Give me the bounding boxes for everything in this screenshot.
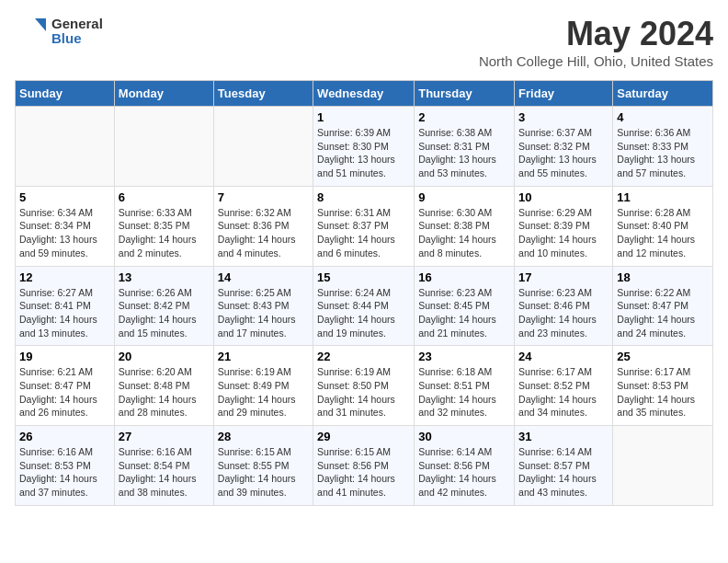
title-area: May 2024 North College Hill, Ohio, Unite… bbox=[479, 15, 713, 69]
day-number: 17 bbox=[518, 270, 609, 284]
calendar-body: 1Sunrise: 6:39 AMSunset: 8:30 PMDaylight… bbox=[16, 107, 713, 506]
day-info: Sunrise: 6:28 AMSunset: 8:40 PMDaylight:… bbox=[617, 206, 709, 260]
day-info: Sunrise: 6:29 AMSunset: 8:39 PMDaylight:… bbox=[518, 206, 609, 260]
day-number: 15 bbox=[317, 270, 410, 284]
table-row: 1Sunrise: 6:39 AMSunset: 8:30 PMDaylight… bbox=[313, 107, 415, 187]
day-info: Sunrise: 6:16 AMSunset: 8:53 PMDaylight:… bbox=[19, 445, 110, 500]
day-number: 29 bbox=[317, 430, 410, 443]
page-header: General Blue May 2024 North College Hill… bbox=[15, 15, 713, 69]
table-row: 28Sunrise: 6:15 AMSunset: 8:55 PMDayligh… bbox=[213, 426, 313, 506]
table-row: 2Sunrise: 6:38 AMSunset: 8:31 PMDaylight… bbox=[415, 107, 515, 187]
table-row: 7Sunrise: 6:32 AMSunset: 8:36 PMDaylight… bbox=[213, 186, 313, 266]
col-sunday: Sunday bbox=[16, 81, 115, 107]
logo-blue: Blue bbox=[51, 31, 103, 47]
calendar-table: Sunday Monday Tuesday Wednesday Thursday… bbox=[15, 80, 713, 506]
day-info: Sunrise: 6:16 AMSunset: 8:54 PMDaylight:… bbox=[119, 445, 210, 500]
day-info: Sunrise: 6:17 AMSunset: 8:52 PMDaylight:… bbox=[518, 365, 609, 419]
day-number: 24 bbox=[518, 350, 609, 363]
table-row: 21Sunrise: 6:19 AMSunset: 8:49 PMDayligh… bbox=[213, 346, 313, 426]
table-row: 8Sunrise: 6:31 AMSunset: 8:37 PMDaylight… bbox=[313, 186, 415, 266]
table-row: 26Sunrise: 6:16 AMSunset: 8:53 PMDayligh… bbox=[16, 426, 115, 506]
day-number: 8 bbox=[317, 190, 410, 204]
table-row bbox=[213, 107, 313, 187]
day-number: 14 bbox=[218, 270, 309, 284]
day-info: Sunrise: 6:17 AMSunset: 8:53 PMDaylight:… bbox=[617, 365, 709, 419]
day-number: 25 bbox=[617, 350, 709, 363]
day-info: Sunrise: 6:15 AMSunset: 8:56 PMDaylight:… bbox=[317, 445, 410, 500]
day-number: 3 bbox=[518, 110, 609, 124]
table-row: 31Sunrise: 6:14 AMSunset: 8:57 PMDayligh… bbox=[515, 426, 613, 506]
day-info: Sunrise: 6:32 AMSunset: 8:36 PMDaylight:… bbox=[218, 206, 309, 260]
table-row: 12Sunrise: 6:27 AMSunset: 8:41 PMDayligh… bbox=[16, 266, 115, 346]
day-number: 18 bbox=[617, 270, 709, 284]
day-number: 2 bbox=[418, 110, 510, 124]
col-thursday: Thursday bbox=[415, 81, 515, 107]
day-number: 22 bbox=[317, 350, 410, 363]
day-info: Sunrise: 6:30 AMSunset: 8:38 PMDaylight:… bbox=[418, 206, 510, 260]
day-number: 28 bbox=[218, 430, 309, 443]
day-number: 16 bbox=[418, 270, 510, 284]
table-row bbox=[114, 107, 213, 187]
day-number: 31 bbox=[518, 430, 609, 443]
table-row: 16Sunrise: 6:23 AMSunset: 8:45 PMDayligh… bbox=[415, 266, 515, 346]
day-number: 7 bbox=[218, 190, 309, 204]
table-row: 4Sunrise: 6:36 AMSunset: 8:33 PMDaylight… bbox=[613, 107, 713, 187]
table-row: 3Sunrise: 6:37 AMSunset: 8:32 PMDaylight… bbox=[515, 107, 613, 187]
day-info: Sunrise: 6:39 AMSunset: 8:30 PMDaylight:… bbox=[317, 126, 410, 180]
day-info: Sunrise: 6:24 AMSunset: 8:44 PMDaylight:… bbox=[317, 286, 410, 340]
day-info: Sunrise: 6:37 AMSunset: 8:32 PMDaylight:… bbox=[518, 126, 609, 180]
day-number: 20 bbox=[119, 350, 210, 363]
logo: General Blue bbox=[15, 15, 103, 48]
table-row: 9Sunrise: 6:30 AMSunset: 8:38 PMDaylight… bbox=[415, 186, 515, 266]
day-info: Sunrise: 6:36 AMSunset: 8:33 PMDaylight:… bbox=[617, 126, 709, 180]
table-row: 14Sunrise: 6:25 AMSunset: 8:43 PMDayligh… bbox=[213, 266, 313, 346]
table-row: 18Sunrise: 6:22 AMSunset: 8:47 PMDayligh… bbox=[613, 266, 713, 346]
day-number: 21 bbox=[218, 350, 309, 363]
table-row: 13Sunrise: 6:26 AMSunset: 8:42 PMDayligh… bbox=[114, 266, 213, 346]
page-subtitle: North College Hill, Ohio, United States bbox=[479, 53, 713, 69]
day-number: 30 bbox=[418, 430, 510, 443]
day-number: 4 bbox=[617, 110, 709, 124]
day-info: Sunrise: 6:19 AMSunset: 8:50 PMDaylight:… bbox=[317, 365, 410, 419]
day-number: 26 bbox=[19, 430, 110, 443]
page-title: May 2024 bbox=[479, 15, 713, 53]
day-info: Sunrise: 6:38 AMSunset: 8:31 PMDaylight:… bbox=[418, 126, 510, 180]
col-saturday: Saturday bbox=[613, 81, 713, 107]
day-info: Sunrise: 6:25 AMSunset: 8:43 PMDaylight:… bbox=[218, 286, 309, 340]
table-row: 30Sunrise: 6:14 AMSunset: 8:56 PMDayligh… bbox=[415, 426, 515, 506]
table-row: 6Sunrise: 6:33 AMSunset: 8:35 PMDaylight… bbox=[114, 186, 213, 266]
day-number: 11 bbox=[617, 190, 709, 204]
logo-svg bbox=[15, 15, 48, 48]
table-row: 20Sunrise: 6:20 AMSunset: 8:48 PMDayligh… bbox=[114, 346, 213, 426]
day-info: Sunrise: 6:26 AMSunset: 8:42 PMDaylight:… bbox=[119, 286, 210, 340]
day-info: Sunrise: 6:33 AMSunset: 8:35 PMDaylight:… bbox=[119, 206, 210, 260]
day-number: 1 bbox=[317, 110, 410, 124]
calendar-header: Sunday Monday Tuesday Wednesday Thursday… bbox=[16, 81, 713, 107]
table-row: 27Sunrise: 6:16 AMSunset: 8:54 PMDayligh… bbox=[114, 426, 213, 506]
col-monday: Monday bbox=[114, 81, 213, 107]
table-row: 29Sunrise: 6:15 AMSunset: 8:56 PMDayligh… bbox=[313, 426, 415, 506]
day-number: 5 bbox=[19, 190, 110, 204]
day-info: Sunrise: 6:22 AMSunset: 8:47 PMDaylight:… bbox=[617, 286, 709, 340]
day-info: Sunrise: 6:23 AMSunset: 8:45 PMDaylight:… bbox=[418, 286, 510, 340]
day-number: 12 bbox=[19, 270, 110, 284]
day-number: 23 bbox=[418, 350, 510, 363]
day-info: Sunrise: 6:31 AMSunset: 8:37 PMDaylight:… bbox=[317, 206, 410, 260]
day-number: 10 bbox=[518, 190, 609, 204]
day-info: Sunrise: 6:23 AMSunset: 8:46 PMDaylight:… bbox=[518, 286, 609, 340]
table-row: 23Sunrise: 6:18 AMSunset: 8:51 PMDayligh… bbox=[415, 346, 515, 426]
table-row: 5Sunrise: 6:34 AMSunset: 8:34 PMDaylight… bbox=[16, 186, 115, 266]
table-row bbox=[613, 426, 713, 506]
day-info: Sunrise: 6:27 AMSunset: 8:41 PMDaylight:… bbox=[19, 286, 110, 340]
day-number: 27 bbox=[119, 430, 210, 443]
table-row: 22Sunrise: 6:19 AMSunset: 8:50 PMDayligh… bbox=[313, 346, 415, 426]
table-row: 11Sunrise: 6:28 AMSunset: 8:40 PMDayligh… bbox=[613, 186, 713, 266]
col-wednesday: Wednesday bbox=[313, 81, 415, 107]
table-row: 19Sunrise: 6:21 AMSunset: 8:47 PMDayligh… bbox=[16, 346, 115, 426]
table-row: 17Sunrise: 6:23 AMSunset: 8:46 PMDayligh… bbox=[515, 266, 613, 346]
day-number: 13 bbox=[119, 270, 210, 284]
day-info: Sunrise: 6:14 AMSunset: 8:56 PMDaylight:… bbox=[418, 445, 510, 500]
table-row: 25Sunrise: 6:17 AMSunset: 8:53 PMDayligh… bbox=[613, 346, 713, 426]
logo-general: General bbox=[51, 17, 103, 32]
day-info: Sunrise: 6:18 AMSunset: 8:51 PMDaylight:… bbox=[418, 365, 510, 419]
